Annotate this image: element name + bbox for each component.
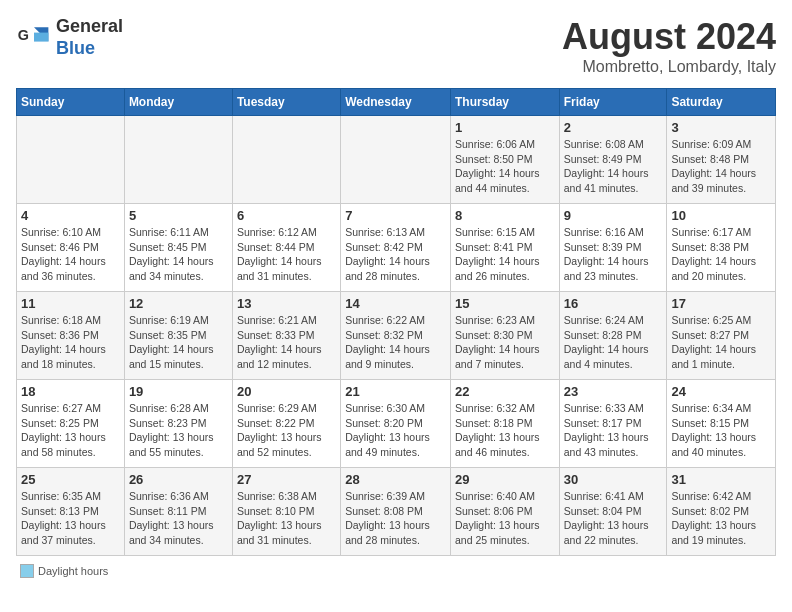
day-cell: 16Sunrise: 6:24 AM Sunset: 8:28 PM Dayli… (559, 292, 667, 380)
day-cell: 8Sunrise: 6:15 AM Sunset: 8:41 PM Daylig… (450, 204, 559, 292)
week-row-3: 11Sunrise: 6:18 AM Sunset: 8:36 PM Dayli… (17, 292, 776, 380)
day-info: Sunrise: 6:16 AM Sunset: 8:39 PM Dayligh… (564, 225, 663, 284)
day-cell: 27Sunrise: 6:38 AM Sunset: 8:10 PM Dayli… (232, 468, 340, 556)
day-number: 18 (21, 384, 120, 399)
day-info: Sunrise: 6:21 AM Sunset: 8:33 PM Dayligh… (237, 313, 336, 372)
day-number: 2 (564, 120, 663, 135)
day-info: Sunrise: 6:36 AM Sunset: 8:11 PM Dayligh… (129, 489, 228, 548)
day-cell: 11Sunrise: 6:18 AM Sunset: 8:36 PM Dayli… (17, 292, 125, 380)
header-cell-thursday: Thursday (450, 89, 559, 116)
day-info: Sunrise: 6:33 AM Sunset: 8:17 PM Dayligh… (564, 401, 663, 460)
day-cell: 10Sunrise: 6:17 AM Sunset: 8:38 PM Dayli… (667, 204, 776, 292)
header-row: SundayMondayTuesdayWednesdayThursdayFrid… (17, 89, 776, 116)
day-info: Sunrise: 6:27 AM Sunset: 8:25 PM Dayligh… (21, 401, 120, 460)
day-cell: 29Sunrise: 6:40 AM Sunset: 8:06 PM Dayli… (450, 468, 559, 556)
day-cell: 3Sunrise: 6:09 AM Sunset: 8:48 PM Daylig… (667, 116, 776, 204)
day-number: 13 (237, 296, 336, 311)
week-row-2: 4Sunrise: 6:10 AM Sunset: 8:46 PM Daylig… (17, 204, 776, 292)
day-cell: 24Sunrise: 6:34 AM Sunset: 8:15 PM Dayli… (667, 380, 776, 468)
day-cell: 13Sunrise: 6:21 AM Sunset: 8:33 PM Dayli… (232, 292, 340, 380)
day-number: 10 (671, 208, 771, 223)
day-info: Sunrise: 6:06 AM Sunset: 8:50 PM Dayligh… (455, 137, 555, 196)
day-number: 21 (345, 384, 446, 399)
day-number: 20 (237, 384, 336, 399)
day-info: Sunrise: 6:24 AM Sunset: 8:28 PM Dayligh… (564, 313, 663, 372)
day-cell: 30Sunrise: 6:41 AM Sunset: 8:04 PM Dayli… (559, 468, 667, 556)
day-cell (17, 116, 125, 204)
day-cell: 31Sunrise: 6:42 AM Sunset: 8:02 PM Dayli… (667, 468, 776, 556)
day-cell (232, 116, 340, 204)
day-cell: 21Sunrise: 6:30 AM Sunset: 8:20 PM Dayli… (341, 380, 451, 468)
day-info: Sunrise: 6:42 AM Sunset: 8:02 PM Dayligh… (671, 489, 771, 548)
calendar-table: SundayMondayTuesdayWednesdayThursdayFrid… (16, 88, 776, 556)
day-number: 11 (21, 296, 120, 311)
day-info: Sunrise: 6:10 AM Sunset: 8:46 PM Dayligh… (21, 225, 120, 284)
day-info: Sunrise: 6:29 AM Sunset: 8:22 PM Dayligh… (237, 401, 336, 460)
day-number: 14 (345, 296, 446, 311)
day-number: 4 (21, 208, 120, 223)
day-info: Sunrise: 6:12 AM Sunset: 8:44 PM Dayligh… (237, 225, 336, 284)
svg-text:G: G (18, 26, 29, 42)
day-info: Sunrise: 6:23 AM Sunset: 8:30 PM Dayligh… (455, 313, 555, 372)
day-number: 19 (129, 384, 228, 399)
day-number: 5 (129, 208, 228, 223)
day-cell: 6Sunrise: 6:12 AM Sunset: 8:44 PM Daylig… (232, 204, 340, 292)
day-number: 6 (237, 208, 336, 223)
day-info: Sunrise: 6:25 AM Sunset: 8:27 PM Dayligh… (671, 313, 771, 372)
day-info: Sunrise: 6:22 AM Sunset: 8:32 PM Dayligh… (345, 313, 446, 372)
day-number: 24 (671, 384, 771, 399)
day-cell: 1Sunrise: 6:06 AM Sunset: 8:50 PM Daylig… (450, 116, 559, 204)
legend-item-daylight: Daylight hours (20, 564, 108, 578)
day-cell: 15Sunrise: 6:23 AM Sunset: 8:30 PM Dayli… (450, 292, 559, 380)
day-number: 23 (564, 384, 663, 399)
day-info: Sunrise: 6:11 AM Sunset: 8:45 PM Dayligh… (129, 225, 228, 284)
calendar-header: SundayMondayTuesdayWednesdayThursdayFrid… (17, 89, 776, 116)
day-cell: 17Sunrise: 6:25 AM Sunset: 8:27 PM Dayli… (667, 292, 776, 380)
day-number: 30 (564, 472, 663, 487)
day-number: 1 (455, 120, 555, 135)
day-cell: 7Sunrise: 6:13 AM Sunset: 8:42 PM Daylig… (341, 204, 451, 292)
day-cell: 12Sunrise: 6:19 AM Sunset: 8:35 PM Dayli… (124, 292, 232, 380)
day-number: 29 (455, 472, 555, 487)
day-info: Sunrise: 6:17 AM Sunset: 8:38 PM Dayligh… (671, 225, 771, 284)
day-cell: 28Sunrise: 6:39 AM Sunset: 8:08 PM Dayli… (341, 468, 451, 556)
day-info: Sunrise: 6:32 AM Sunset: 8:18 PM Dayligh… (455, 401, 555, 460)
day-number: 27 (237, 472, 336, 487)
day-cell: 4Sunrise: 6:10 AM Sunset: 8:46 PM Daylig… (17, 204, 125, 292)
header-cell-saturday: Saturday (667, 89, 776, 116)
day-number: 3 (671, 120, 771, 135)
day-cell: 5Sunrise: 6:11 AM Sunset: 8:45 PM Daylig… (124, 204, 232, 292)
day-info: Sunrise: 6:09 AM Sunset: 8:48 PM Dayligh… (671, 137, 771, 196)
day-number: 8 (455, 208, 555, 223)
day-info: Sunrise: 6:15 AM Sunset: 8:41 PM Dayligh… (455, 225, 555, 284)
day-info: Sunrise: 6:08 AM Sunset: 8:49 PM Dayligh… (564, 137, 663, 196)
day-info: Sunrise: 6:35 AM Sunset: 8:13 PM Dayligh… (21, 489, 120, 548)
svg-marker-3 (34, 32, 48, 41)
day-number: 9 (564, 208, 663, 223)
day-number: 28 (345, 472, 446, 487)
day-info: Sunrise: 6:39 AM Sunset: 8:08 PM Dayligh… (345, 489, 446, 548)
day-number: 26 (129, 472, 228, 487)
day-cell (124, 116, 232, 204)
location-title: Mombretto, Lombardy, Italy (562, 58, 776, 76)
day-number: 7 (345, 208, 446, 223)
day-info: Sunrise: 6:28 AM Sunset: 8:23 PM Dayligh… (129, 401, 228, 460)
day-number: 22 (455, 384, 555, 399)
day-cell: 18Sunrise: 6:27 AM Sunset: 8:25 PM Dayli… (17, 380, 125, 468)
day-cell: 26Sunrise: 6:36 AM Sunset: 8:11 PM Dayli… (124, 468, 232, 556)
day-cell (341, 116, 451, 204)
day-info: Sunrise: 6:19 AM Sunset: 8:35 PM Dayligh… (129, 313, 228, 372)
day-number: 31 (671, 472, 771, 487)
header-cell-monday: Monday (124, 89, 232, 116)
legend-label-daylight: Daylight hours (38, 565, 108, 577)
title-block: August 2024 Mombretto, Lombardy, Italy (562, 16, 776, 76)
header-cell-tuesday: Tuesday (232, 89, 340, 116)
calendar-body: 1Sunrise: 6:06 AM Sunset: 8:50 PM Daylig… (17, 116, 776, 556)
day-cell: 14Sunrise: 6:22 AM Sunset: 8:32 PM Dayli… (341, 292, 451, 380)
day-info: Sunrise: 6:30 AM Sunset: 8:20 PM Dayligh… (345, 401, 446, 460)
header-cell-sunday: Sunday (17, 89, 125, 116)
day-cell: 25Sunrise: 6:35 AM Sunset: 8:13 PM Dayli… (17, 468, 125, 556)
day-info: Sunrise: 6:41 AM Sunset: 8:04 PM Dayligh… (564, 489, 663, 548)
day-cell: 23Sunrise: 6:33 AM Sunset: 8:17 PM Dayli… (559, 380, 667, 468)
day-number: 16 (564, 296, 663, 311)
